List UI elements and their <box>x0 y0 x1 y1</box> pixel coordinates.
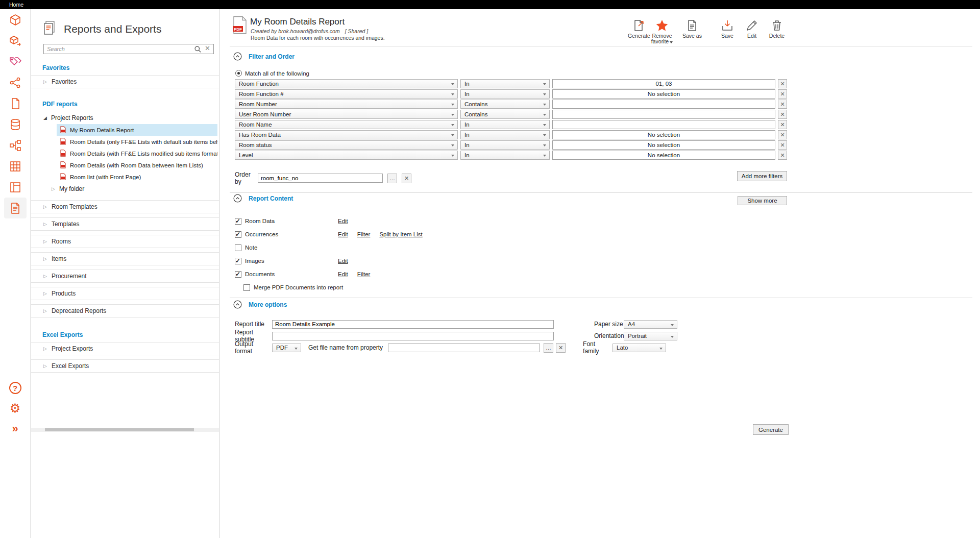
report-item[interactable]: Room Details (with FF&E Lists modified s… <box>57 148 217 159</box>
match-all-radio[interactable] <box>235 70 242 77</box>
order-by-input[interactable] <box>258 174 383 183</box>
delete-toolbar-button[interactable]: Delete <box>766 18 788 39</box>
group-templates[interactable]: ▷ Templates <box>31 217 219 231</box>
filter-field-select[interactable]: Room status <box>235 140 458 150</box>
tree-node-project-reports[interactable]: ◢ Project Reports <box>31 112 219 124</box>
filter-operator-select[interactable]: In <box>460 79 550 88</box>
filter-operator-select[interactable]: In <box>460 151 550 160</box>
remove-filter-button[interactable]: ✕ <box>778 110 787 119</box>
tags-icon[interactable] <box>4 51 27 72</box>
cube-icon[interactable] <box>4 9 27 30</box>
network-icon[interactable] <box>4 72 27 93</box>
remove-filter-button[interactable]: ✕ <box>778 151 787 160</box>
remove-filter-button[interactable]: ✕ <box>778 140 787 150</box>
report-item[interactable]: Room Details (only FF&E Lists with defau… <box>57 136 217 148</box>
panel-icon[interactable] <box>4 177 27 198</box>
file-name-clear-button[interactable]: ✕ <box>556 343 566 353</box>
filter-link[interactable]: Filter <box>357 231 371 237</box>
remove-filter-button[interactable]: ✕ <box>778 130 787 139</box>
filter-field-select[interactable]: Level <box>235 151 458 160</box>
filter-operator-select[interactable]: In <box>460 130 550 139</box>
filter-field-select[interactable]: Room Name <box>235 120 458 129</box>
group-procurement[interactable]: ▷ Procurement <box>31 270 219 283</box>
clear-search-icon[interactable]: ✕ <box>205 44 210 52</box>
remove-filter-button[interactable]: ✕ <box>778 89 787 99</box>
remove-filter-button[interactable]: ✕ <box>778 120 787 129</box>
save-toolbar-button[interactable]: Save <box>716 18 739 39</box>
filter-value-input[interactable] <box>552 110 775 119</box>
expand-rail-icon[interactable]: » <box>4 419 27 439</box>
report-item[interactable]: Room Details (with Room Data between Ite… <box>57 159 217 171</box>
remove-favorite-toolbar-button[interactable]: Remove favorite <box>646 18 678 44</box>
orientation-select[interactable]: Portrait <box>624 332 677 340</box>
file-name-browse-button[interactable]: … <box>544 343 553 353</box>
filter-field-select[interactable]: User Room Number <box>235 110 458 119</box>
document-icon[interactable] <box>4 93 27 114</box>
building-icon[interactable] <box>4 156 27 177</box>
filter-value-input[interactable] <box>552 100 775 109</box>
remove-filter-button[interactable]: ✕ <box>778 100 787 109</box>
settings-gear-icon[interactable]: ⚙ <box>4 398 27 419</box>
group-rooms[interactable]: ▷ Rooms <box>31 235 219 248</box>
tree-node-my-folder[interactable]: ▷ My folder <box>31 183 219 195</box>
generate-button[interactable]: Generate <box>753 424 789 435</box>
report-item[interactable]: Room list (with Front Page) <box>57 171 217 183</box>
search-icon[interactable] <box>194 45 202 55</box>
filter-value-selector[interactable]: No selection <box>552 130 775 139</box>
merge-pdf-checkbox[interactable] <box>243 284 250 291</box>
group-items[interactable]: ▷ Items <box>31 252 219 265</box>
help-icon[interactable]: ? <box>4 378 27 398</box>
save-as-toolbar-button[interactable]: Save as <box>679 18 705 39</box>
group-deprecated-reports[interactable]: ▷ Deprecated Reports <box>31 304 219 317</box>
filter-value-selector[interactable] <box>552 120 775 129</box>
reports-icon[interactable] <box>4 198 27 218</box>
file-name-property-input[interactable] <box>388 344 540 352</box>
workflow-icon[interactable] <box>4 135 27 156</box>
edit-link[interactable]: Edit <box>338 258 348 264</box>
group-project-exports[interactable]: ▷ Project Exports <box>31 342 219 355</box>
favorites-group-row[interactable]: ▷ Favorites <box>31 75 219 88</box>
filter-field-select[interactable]: Room Function <box>235 79 458 88</box>
note-checkbox[interactable] <box>235 244 241 251</box>
edit-link[interactable]: Edit <box>338 231 348 237</box>
report-title-input[interactable] <box>272 320 554 329</box>
output-format-select[interactable]: PDF <box>272 344 301 352</box>
filter-link[interactable]: Filter <box>357 271 371 277</box>
report-subtitle-input[interactable] <box>272 332 554 340</box>
search-input[interactable] <box>43 44 214 54</box>
group-products[interactable]: ▷ Products <box>31 287 219 300</box>
images-checkbox[interactable] <box>235 258 241 264</box>
order-by-clear-button[interactable]: ✕ <box>402 174 411 183</box>
filter-operator-select[interactable]: Contains <box>460 100 550 109</box>
database-icon[interactable] <box>4 114 27 135</box>
scrollbar-thumb[interactable] <box>45 428 194 431</box>
font-family-select[interactable]: Lato <box>612 344 666 352</box>
filter-operator-select[interactable]: In <box>460 120 550 129</box>
filter-value-selector[interactable]: No selection <box>552 151 775 160</box>
filter-value-selector[interactable]: 01, 03 <box>552 79 775 88</box>
documents-checkbox[interactable] <box>235 271 241 278</box>
order-by-browse-button[interactable]: … <box>387 174 397 183</box>
home-menu[interactable]: Home <box>9 2 23 8</box>
edit-link[interactable]: Edit <box>338 218 348 224</box>
remove-filter-button[interactable]: ✕ <box>778 79 787 88</box>
filter-field-select[interactable]: Room Number <box>235 100 458 109</box>
collapse-options-section-button[interactable] <box>233 300 242 309</box>
filter-operator-select[interactable]: In <box>460 140 550 150</box>
filter-operator-select[interactable]: Contains <box>460 110 550 119</box>
filter-field-select[interactable]: Room Function # <box>235 89 458 99</box>
add-more-filters-button[interactable]: Add more filters <box>737 171 787 181</box>
split-by-item-list-link[interactable]: Split by Item List <box>379 231 422 237</box>
filter-value-selector[interactable]: No selection <box>552 89 775 99</box>
collapse-content-section-button[interactable] <box>233 194 242 203</box>
paper-size-select[interactable]: A4 <box>624 320 677 329</box>
edit-toolbar-button[interactable]: Edit <box>742 18 762 39</box>
filter-value-selector[interactable]: No selection <box>552 140 775 150</box>
collapse-filter-section-button[interactable] <box>233 52 242 61</box>
group-room-templates[interactable]: ▷ Room Templates <box>31 200 219 213</box>
occurrences-checkbox[interactable] <box>235 231 241 238</box>
filter-field-select[interactable]: Has Room Data <box>235 130 458 139</box>
filter-operator-select[interactable]: In <box>460 89 550 99</box>
box-arrow-icon[interactable] <box>4 30 27 51</box>
room-data-checkbox[interactable] <box>235 218 241 225</box>
